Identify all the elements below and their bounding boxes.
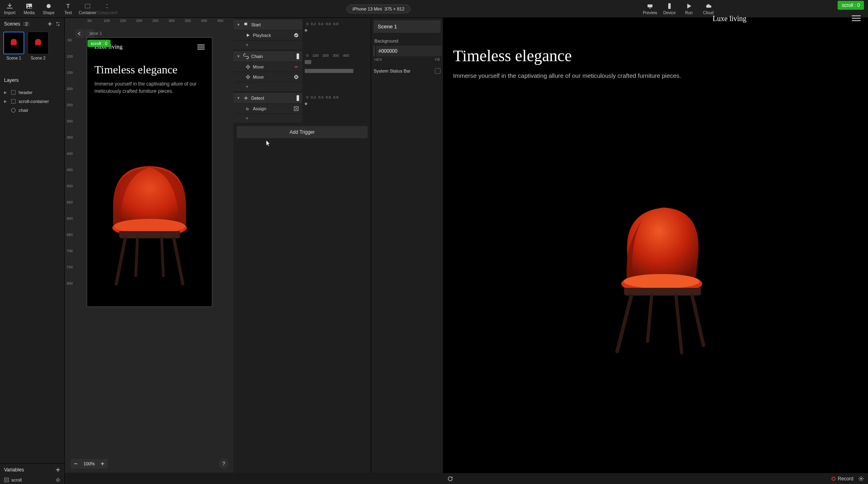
anchor-marker[interactable] — [297, 95, 299, 101]
add-scene-icon[interactable] — [47, 21, 52, 26]
variables-header: Variables — [0, 464, 64, 476]
scene-settings-icon[interactable] — [56, 21, 60, 26]
svg-rect-9 — [11, 99, 15, 103]
text-label: Text — [64, 11, 72, 15]
scene-thumb-1-label: Scene 1 — [6, 56, 21, 60]
layer-label: header — [19, 90, 32, 95]
trigger-detect[interactable]: ▼ Detect fx Assign + — [233, 93, 371, 123]
scene-thumb-1[interactable]: Scene 1 — [3, 32, 24, 60]
preview-tool[interactable]: Preview — [640, 0, 660, 17]
scenes-count: 2 — [23, 22, 30, 26]
disclosure-icon[interactable]: ▼ — [237, 23, 241, 27]
layer-scroll-container[interactable]: ▶ scroll-container — [0, 97, 64, 106]
import-label: Import — [4, 11, 15, 15]
svg-rect-16 — [295, 66, 298, 67]
help-button[interactable]: ? — [219, 459, 229, 469]
device-selector[interactable]: iPhone 13 Mini 375 × 812 — [346, 4, 410, 13]
device-preview[interactable]: Timeless elegance Immerse yourself in th… — [443, 18, 868, 473]
scene-thumb-2[interactable]: Scene 2 — [28, 32, 49, 60]
device-dims: 375 × 812 — [385, 6, 404, 11]
record-label: Record — [838, 476, 853, 482]
minus-icon[interactable] — [293, 64, 299, 70]
zoom-control: 100% — [71, 459, 108, 469]
zoom-in-button[interactable] — [98, 460, 107, 468]
canvas-scene-label: ene 1 — [91, 31, 102, 36]
debug-icon[interactable] — [56, 478, 60, 482]
trigger-chain[interactable]: ▼ Chain Move Move — [233, 51, 371, 91]
timeline-keyframe[interactable] — [305, 103, 307, 105]
media-tool[interactable]: Media — [19, 0, 39, 17]
shape-layer-icon — [11, 107, 16, 113]
variables-title: Variables — [4, 467, 24, 473]
reaction-playback[interactable]: Playback — [233, 30, 302, 40]
timeline-bar[interactable] — [305, 69, 353, 73]
anchor-marker[interactable] — [297, 54, 299, 59]
trigger-start[interactable]: ▼ Start Playback + 0 — [233, 19, 371, 49]
gear-icon[interactable] — [858, 476, 864, 482]
disclosure-icon[interactable]: ▼ — [237, 54, 241, 58]
add-reaction-button[interactable]: + — [246, 84, 248, 90]
timeline-keyframe[interactable] — [305, 29, 307, 32]
container-label: Container — [79, 11, 96, 15]
reaction-assign[interactable]: fx Assign — [233, 103, 302, 114]
device-label: Device — [663, 11, 676, 15]
reset-icon[interactable] — [293, 32, 299, 38]
detect-icon — [243, 95, 249, 101]
component-label: Component — [96, 11, 118, 15]
device-tool[interactable]: Device — [660, 0, 679, 17]
status-bar-label: System Status Bar — [374, 69, 410, 73]
reaction-move-2[interactable]: Move — [233, 72, 302, 82]
menu-icon[interactable] — [197, 45, 205, 49]
left-panel: Scenes 2 Scene 1 Scene 2 — [0, 18, 65, 484]
layer-chair[interactable]: chair — [0, 106, 64, 115]
svg-point-18 — [245, 97, 247, 99]
record-button[interactable]: Record — [832, 476, 853, 482]
scene-thumb-2-label: Scene 2 — [31, 56, 46, 60]
canvas-back-button[interactable] — [75, 29, 84, 38]
svg-rect-6 — [649, 8, 651, 9]
canvas[interactable]: 50 100 150 200 250 300 350 400 450 500 5… — [65, 18, 233, 473]
timeline-ticks: 0 0.2 0.4 0.6 0.8 — [305, 94, 368, 99]
color-swatch[interactable] — [374, 46, 374, 56]
reaction-label: Move — [253, 75, 264, 79]
variable-label: scroll — [11, 478, 22, 482]
canvas-scroll-badge: scroll : 0 — [88, 40, 111, 47]
add-reaction-button[interactable]: + — [246, 116, 248, 121]
reload-icon[interactable] — [447, 476, 453, 482]
reaction-label: Assign — [253, 106, 266, 111]
disclosure-icon[interactable]: ▼ — [237, 96, 241, 100]
artboard[interactable]: Luxe living Timeless elegance Immerse yo… — [87, 37, 212, 307]
svg-rect-5 — [648, 4, 652, 7]
disclosure-icon[interactable]: ▶ — [4, 99, 8, 103]
timeline-ticks: 0 100 200 300 400 — [305, 53, 368, 58]
reaction-move-1[interactable]: Move — [233, 62, 302, 72]
add-variable-icon[interactable] — [56, 467, 60, 472]
run-tool[interactable]: Run — [679, 0, 699, 17]
preview-body: Immerse yourself in the captivating allu… — [453, 71, 858, 80]
media-label: Media — [24, 11, 34, 15]
page-body: Immerse yourself in the captivating allu… — [94, 80, 205, 95]
flag-icon — [243, 22, 249, 28]
disclosure-icon[interactable]: ▶ — [4, 90, 8, 94]
import-tool[interactable]: Import — [0, 0, 19, 17]
reset-icon[interactable] — [293, 74, 299, 80]
add-trigger-button[interactable]: Add Trigger — [237, 126, 368, 138]
preview-menu-icon[interactable] — [852, 15, 861, 21]
component-tool[interactable]: Component — [97, 0, 117, 17]
play-icon — [685, 2, 693, 10]
text-tool[interactable]: T Text — [58, 0, 78, 17]
hex-input[interactable] — [376, 46, 442, 56]
x-box-icon[interactable] — [293, 106, 299, 111]
status-bar-checkbox[interactable] — [435, 68, 440, 74]
trigger-name: Detect — [251, 96, 264, 101]
inspector-title[interactable]: Scene 1 — [374, 20, 440, 33]
add-reaction-button[interactable]: + — [246, 42, 248, 48]
container-tool[interactable]: Container — [78, 0, 97, 17]
variable-scroll[interactable]: scroll — [0, 476, 64, 484]
move-icon — [246, 75, 250, 79]
shape-tool[interactable]: Shape — [39, 0, 58, 17]
zoom-value[interactable]: 100% — [81, 461, 97, 466]
zoom-out-button[interactable] — [71, 460, 80, 468]
timeline-bar[interactable] — [305, 60, 311, 64]
layer-header[interactable]: ▶ header — [0, 88, 64, 97]
